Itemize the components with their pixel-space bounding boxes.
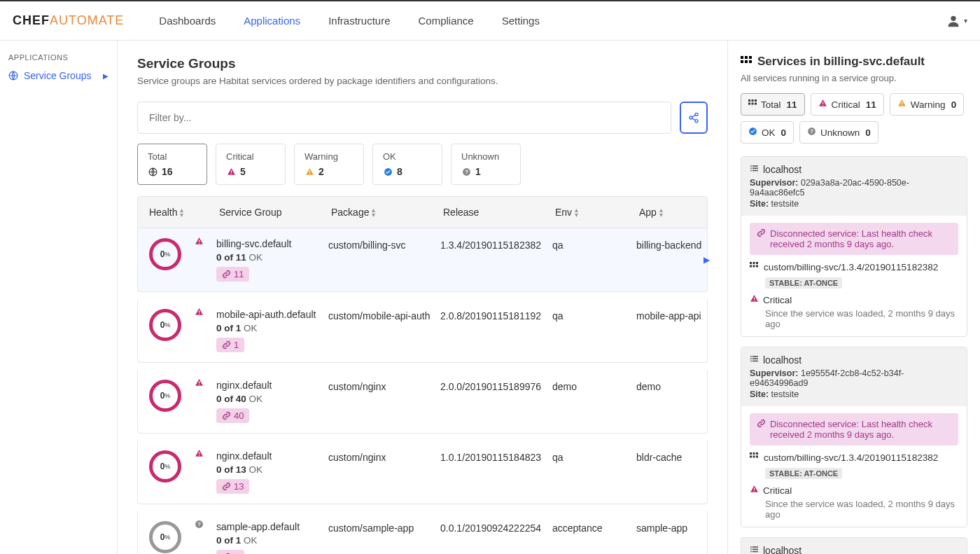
stat-card-total[interactable]: Total16 xyxy=(137,144,207,185)
svg-rect-78 xyxy=(752,546,758,548)
host-name: localhost xyxy=(750,354,958,366)
stat-card-ok[interactable]: OK8 xyxy=(372,144,442,185)
health-ring: 0% xyxy=(149,521,181,553)
nav-infrastructure[interactable]: Infrastructure xyxy=(328,15,390,27)
svg-point-3 xyxy=(690,116,692,119)
disconnected-banner: Disconnected service: Last health check … xyxy=(750,413,958,445)
svg-rect-64 xyxy=(750,358,752,359)
col-env[interactable]: Env▴▾ xyxy=(555,207,639,218)
grid-icon xyxy=(750,262,758,272)
svg-rect-33 xyxy=(749,60,752,63)
svg-rect-49 xyxy=(750,167,752,169)
service-card[interactable]: localhost Supervisor: 1e95554f-2cb8-4c52… xyxy=(741,347,967,527)
col-release: Release xyxy=(443,207,555,218)
svg-rect-71 xyxy=(756,452,758,455)
table-header: Health▴▾ Service Group Package▴▾ Release… xyxy=(137,196,708,228)
status-icon xyxy=(195,449,204,460)
svg-rect-36 xyxy=(755,99,757,102)
table-row[interactable]: 0% billing-svc.default 0 of 11 OK 11 cus… xyxy=(137,228,708,292)
chip-total[interactable]: Total 11 xyxy=(741,93,805,116)
table-row[interactable]: 0% mobile-api-auth.default 0 of 1 OK 1 c… xyxy=(137,299,708,363)
share-button[interactable] xyxy=(680,102,708,134)
critical-icon xyxy=(750,485,759,496)
chip-critical[interactable]: Critical 11 xyxy=(811,93,884,116)
release-cell: 2.0.8/20190115181192 xyxy=(440,309,552,321)
health-cell: 0% ? xyxy=(149,521,216,553)
page-title: Service Groups xyxy=(137,56,708,71)
sidebar-item-service-groups[interactable]: Service Groups ▶ xyxy=(8,70,108,81)
svg-rect-76 xyxy=(754,491,755,492)
svg-rect-82 xyxy=(752,551,758,553)
svg-rect-8 xyxy=(309,170,309,172)
stat-card-critical[interactable]: Critical5 xyxy=(216,144,286,185)
svg-rect-70 xyxy=(753,452,755,455)
svg-rect-14 xyxy=(199,243,200,244)
user-menu[interactable]: ▾ xyxy=(946,13,967,29)
sidebar-item-label: Service Groups xyxy=(24,70,91,81)
col-health[interactable]: Health▴▾ xyxy=(149,207,219,218)
svg-rect-48 xyxy=(752,165,758,167)
svg-rect-9 xyxy=(309,173,309,174)
stat-card-warning[interactable]: Warning2 xyxy=(294,144,364,185)
svg-rect-73 xyxy=(753,456,755,458)
env-cell: acceptance xyxy=(552,521,636,534)
svg-rect-52 xyxy=(752,170,758,172)
svg-rect-37 xyxy=(748,102,750,104)
app-cell: billing-backend xyxy=(636,238,706,251)
service-card[interactable]: localhost Supervisor: 2fb65869-de1b-4341… xyxy=(741,537,967,554)
status-icon xyxy=(195,237,204,248)
filter-input[interactable] xyxy=(137,102,671,134)
svg-rect-67 xyxy=(752,361,758,362)
nav-applications[interactable]: Applications xyxy=(244,15,300,27)
table-row[interactable]: 0% ? sample-app.default 0 of 1 OK 1 cust… xyxy=(137,511,708,554)
svg-text:?: ? xyxy=(810,128,813,134)
nav-settings[interactable]: Settings xyxy=(502,15,540,27)
ok-icon xyxy=(748,127,757,138)
health-ring: 0% xyxy=(149,238,181,270)
sort-icon: ▴▾ xyxy=(659,207,663,217)
grid-icon xyxy=(741,56,752,67)
svg-rect-17 xyxy=(199,314,200,314)
svg-rect-69 xyxy=(750,452,752,455)
col-package[interactable]: Package▴▾ xyxy=(331,207,443,218)
critical-icon xyxy=(226,167,236,176)
list-icon xyxy=(750,164,759,175)
logo-chef: CHEF xyxy=(13,13,50,27)
svg-rect-34 xyxy=(748,99,750,102)
svg-rect-79 xyxy=(750,548,752,550)
nav-dashboards[interactable]: Dashboards xyxy=(159,15,216,27)
svg-rect-6 xyxy=(230,170,231,172)
nav-compliance[interactable]: Compliance xyxy=(419,15,474,27)
svg-rect-74 xyxy=(756,456,758,458)
service-card[interactable]: localhost Supervisor: 029a3a8a-20ac-4590… xyxy=(741,156,967,337)
table-row[interactable]: 0% nginx.default 0 of 40 OK 40 custom/ng… xyxy=(137,370,708,434)
svg-rect-7 xyxy=(230,173,231,174)
svg-rect-22 xyxy=(199,452,200,454)
table-row[interactable]: 0% nginx.default 0 of 13 OK 13 custom/ng… xyxy=(137,441,708,504)
app-cell: mobile-app-api xyxy=(636,309,706,321)
chip-ok[interactable]: OK 0 xyxy=(741,121,794,144)
col-app[interactable]: App▴▾ xyxy=(639,207,709,218)
link-broken-icon xyxy=(757,228,766,249)
logo-automate: AUTOMATE xyxy=(50,13,124,27)
globe-icon xyxy=(8,71,18,81)
sort-icon: ▴▾ xyxy=(575,207,578,217)
sidebar-section-label: APPLICATIONS xyxy=(8,53,108,62)
chip-unknown[interactable]: ? Unknown 0 xyxy=(799,121,878,144)
host-name: localhost xyxy=(750,164,958,175)
panel-desc: All services running in a service group. xyxy=(741,73,967,83)
svg-rect-51 xyxy=(750,170,752,172)
env-cell: qa xyxy=(552,238,636,251)
table-body: 0% billing-svc.default 0 of 11 OK 11 cus… xyxy=(137,228,708,554)
svg-rect-16 xyxy=(199,310,200,312)
stat-card-unknown[interactable]: Unknown?1 xyxy=(451,144,521,185)
svg-point-0 xyxy=(951,15,955,20)
health-cell: 0% xyxy=(149,380,216,412)
warning-icon xyxy=(304,167,314,176)
caret-right-icon: ▶ xyxy=(704,255,710,265)
service-group-cell: nginx.default 0 of 40 OK 40 xyxy=(216,380,328,423)
package-cell: custom/nginx xyxy=(328,450,440,463)
status-line: Critical xyxy=(750,294,958,305)
chip-warning[interactable]: Warning 0 xyxy=(890,93,964,116)
svg-rect-43 xyxy=(902,105,902,106)
